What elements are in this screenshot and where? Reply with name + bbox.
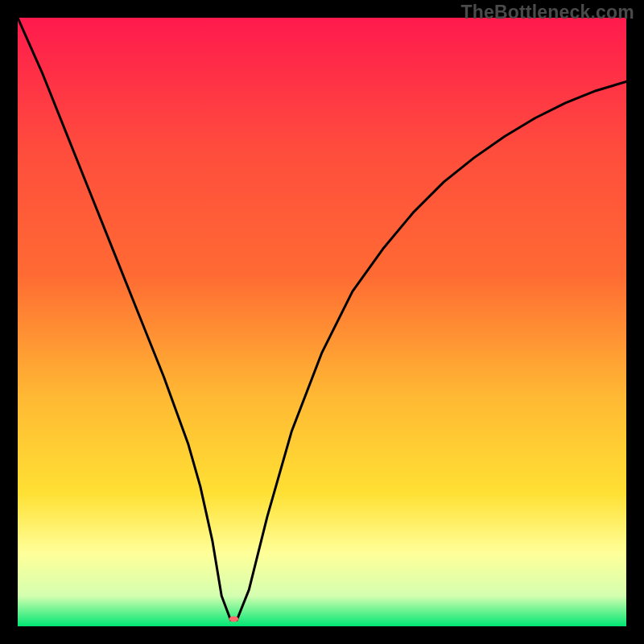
plot-area [18,18,626,626]
watermark-text: TheBottleneck.com [460,2,634,23]
plot-svg [18,18,626,626]
bottleneck-marker [229,616,238,621]
gradient-background [18,18,626,626]
chart-frame: TheBottleneck.com [0,0,644,644]
